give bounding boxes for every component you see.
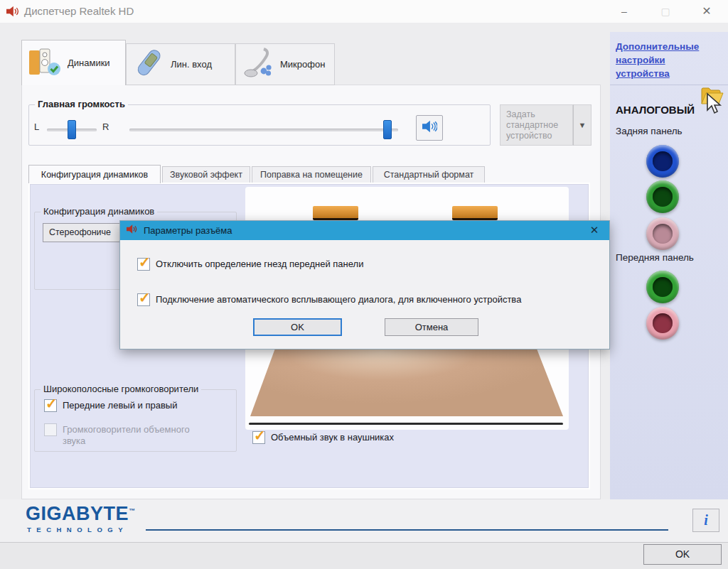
tab-microphone-label: Микрофон (280, 59, 325, 70)
subtab-sound-effect-label: Звуковой эффект (170, 170, 242, 180)
set-default-device-dropdown[interactable]: ▼ (573, 104, 592, 146)
tab-microphone[interactable]: Микрофон (235, 43, 335, 85)
back-blue-line-in-jack[interactable] (646, 145, 679, 178)
mouse-cursor (705, 92, 722, 118)
checkbox-box: ✓ (137, 293, 150, 306)
line-in-icon (132, 47, 165, 82)
jack-hole (653, 224, 673, 244)
tab-line-in[interactable]: Лин. вход (126, 43, 235, 85)
auto-popup-dialog-label: Подключение автоматического всплывающего… (156, 293, 521, 305)
balance-left-label: L (34, 121, 39, 132)
speaker-volume-icon (422, 119, 437, 136)
check-icon: ✓ (139, 254, 151, 271)
subtab-room-correction-label: Поправка на помещение (260, 170, 363, 180)
info-icon: i (704, 512, 708, 528)
subtab-room-correction[interactable]: Поправка на помещение (252, 166, 371, 183)
subtab-sound-effect[interactable]: Звуковой эффект (162, 166, 250, 183)
gigabyte-technology-label: TECHNOLOGY (27, 526, 128, 533)
volume-slider-track[interactable] (129, 129, 398, 131)
check-icon: ✓ (139, 289, 151, 306)
footer-divider-line (146, 529, 668, 531)
subtab-default-format[interactable]: Стандартный формат (373, 166, 485, 183)
bottom-bar (0, 542, 728, 569)
right-speaker-image (452, 206, 498, 220)
balance-slider-thumb[interactable] (68, 120, 76, 139)
front-pink-mic-jack[interactable] (646, 307, 679, 340)
checkbox-box: ✓ (44, 423, 57, 436)
dropdown-arrow-icon: ▼ (579, 121, 587, 129)
back-panel-label: Задняя панель (616, 126, 682, 136)
volume-slider-thumb[interactable] (383, 120, 392, 139)
speakers-icon (28, 45, 62, 81)
left-speaker-image (313, 206, 358, 220)
window-title: Диспетчер Realtek HD (24, 5, 134, 17)
checkbox-box: ✓ (44, 399, 57, 412)
dialog-close-icon[interactable]: ✕ (587, 224, 602, 237)
checkbox-box: ✓ (252, 431, 265, 444)
trademark-icon: ™ (129, 507, 136, 514)
front-pair-checkbox[interactable]: ✓ Передние левый и правый (44, 399, 177, 412)
subtab-speaker-config-label: Конфигурация динамиков (41, 170, 148, 180)
dialog-speaker-icon (126, 224, 138, 237)
analog-section-title: АНАЛОГОВЫЙ (616, 104, 695, 116)
fullrange-speakers-group-label: Широкополосные громкоговорители (41, 384, 201, 394)
checkbox-box: ✓ (137, 258, 150, 271)
jack-hole (653, 187, 673, 207)
jack-hole (653, 313, 673, 333)
auto-popup-dialog-checkbox[interactable]: ✓ Подключение автоматического всплывающе… (137, 293, 521, 306)
mute-button[interactable] (416, 115, 443, 141)
gigabyte-logo: GIGABYTE™ (26, 503, 136, 525)
info-button[interactable]: i (692, 509, 719, 532)
connector-parameters-dialog: Параметры разъёма ✕ ✓ Отключить определе… (119, 220, 610, 349)
master-volume-label: Главная громкость (35, 99, 128, 109)
dialog-titlebar: Параметры разъёма ✕ (120, 221, 609, 240)
front-pair-checkbox-label: Передние левый и правый (63, 399, 177, 411)
disable-front-jack-detection-checkbox[interactable]: ✓ Отключить определение гнезд передней п… (137, 258, 363, 271)
dialog-ok-button[interactable]: OK (253, 318, 342, 336)
main-ok-button[interactable]: OK (643, 544, 722, 565)
tab-speakers[interactable]: Динамики (21, 40, 126, 85)
advanced-device-settings-link[interactable]: Дополнительные настройки устройства (616, 40, 721, 80)
check-icon: ✓ (254, 427, 266, 444)
check-icon: ✓ (46, 395, 58, 412)
balance-right-label: R (102, 121, 109, 132)
headphone-surround-checkbox[interactable]: ✓ Объемный звук в наушниках (252, 431, 394, 444)
jack-hole (653, 151, 673, 171)
tab-speakers-label: Динамики (68, 58, 110, 68)
speaker-config-group-label: Конфигурация динамиков (41, 206, 157, 217)
close-button[interactable]: ✕ (690, 0, 723, 23)
tab-line-in-label: Лин. вход (171, 59, 212, 70)
set-default-device-label: Задать стандартное устройство (506, 109, 558, 141)
set-default-device-button[interactable]: Задать стандартное устройство (500, 104, 573, 146)
surround-speakers-checkbox-label: Громкоговорители объемного звука (63, 423, 194, 447)
minimize-button[interactable]: – (608, 0, 641, 23)
front-green-headphone-jack[interactable] (646, 271, 679, 303)
dialog-title: Параметры разъёма (144, 225, 232, 236)
desk-image (250, 348, 563, 416)
realtek-hd-audio-manager-window: Диспетчер Realtek HD – ▢ ✕ Динамики (0, 0, 728, 569)
headphone-surround-checkbox-label: Объемный звук в наушниках (271, 431, 394, 443)
jack-hole (653, 277, 673, 297)
disable-front-jack-detection-label: Отключить определение гнезд передней пан… (156, 258, 363, 269)
subtab-speaker-config[interactable]: Конфигурация динамиков (28, 165, 161, 183)
window-titlebar: Диспетчер Realtek HD – ▢ ✕ (0, 0, 728, 23)
maximize-button[interactable]: ▢ (649, 0, 682, 23)
subtab-default-format-label: Стандартный формат (384, 170, 474, 180)
back-green-line-out-jack[interactable] (646, 180, 679, 213)
app-speaker-icon (6, 5, 20, 21)
speaker-config-dropdown-value: Стереофониче (49, 227, 111, 237)
desk-edge-line (249, 423, 563, 425)
front-panel-label: Передняя панель (616, 252, 694, 263)
surround-speakers-checkbox: ✓ Громкоговорители объемного звука (44, 423, 208, 447)
microphone-icon (242, 47, 274, 82)
back-pink-mic-jack[interactable] (646, 217, 679, 250)
dialog-cancel-button[interactable]: Отмена (385, 318, 478, 336)
